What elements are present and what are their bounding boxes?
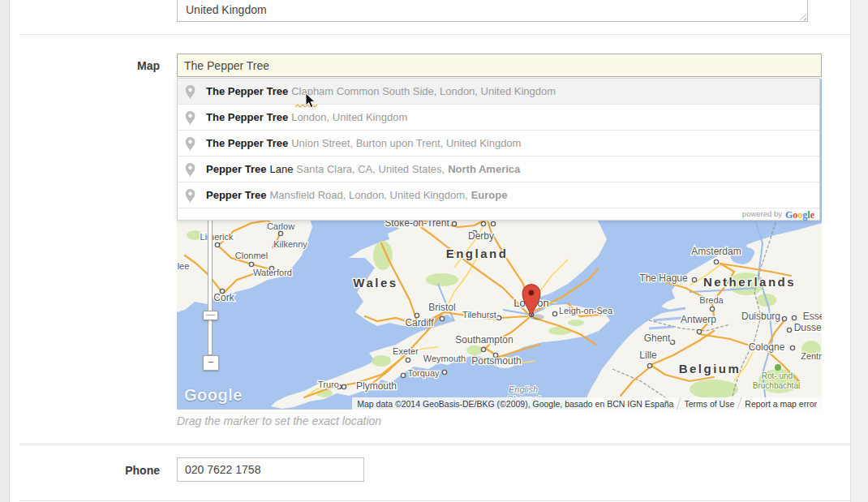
autocomplete-list: The Pepper TreeClapham Common South Side… <box>178 79 819 208</box>
powered-by-google: powered by Google <box>178 208 819 220</box>
location-pin-icon <box>185 136 196 151</box>
map-field-label: Map <box>0 59 160 72</box>
map-attribution-text: Map data ©2014 GeoBasis-DE/BKG (©2009), … <box>357 399 673 409</box>
autocomplete-item-region: North America <box>448 163 520 175</box>
map-caption: Drag the marker to set the exact locatio… <box>177 414 381 427</box>
city-dot <box>710 307 714 311</box>
autocomplete-item[interactable]: The Pepper TreeClapham Common South Side… <box>178 79 819 104</box>
autocomplete-item-name: The Pepper Tree <box>206 111 288 123</box>
attribution-separator <box>737 397 742 410</box>
autocomplete-item[interactable]: Pepper TreeMansfield Road, London, Unite… <box>178 182 819 208</box>
autocomplete-item-detail: Clapham Common South Side, London, Unite… <box>291 85 556 97</box>
city-dot <box>215 242 219 247</box>
map-label: Antwerp <box>681 314 716 325</box>
city-dot <box>647 363 651 367</box>
map-label: Ghent <box>644 333 671 344</box>
city-dot <box>782 316 786 320</box>
city-dot <box>278 231 282 235</box>
autocomplete-item[interactable]: Pepper TreeLaneSanta Clara, CA, United S… <box>178 156 819 182</box>
map-label: Torquay <box>407 368 440 378</box>
city-dot <box>452 221 456 225</box>
autocomplete-item-detail: Santa Clara, CA, United States, <box>296 163 445 175</box>
city-dot <box>406 358 410 362</box>
location-pin-icon <box>185 84 196 99</box>
map-label: Southampton <box>455 334 513 345</box>
city-dot <box>552 311 556 315</box>
map-label: Derby <box>468 230 494 242</box>
map-search-input[interactable] <box>177 54 822 77</box>
zoom-out-button[interactable]: − <box>203 355 219 371</box>
autocomplete-item-name: Pepper Tree <box>206 189 266 201</box>
autocomplete-item[interactable]: The Pepper TreeUnion Street, Burton upon… <box>178 130 819 156</box>
map-attribution-bar: Map data ©2014 GeoBasis-DE/BKG (©2009), … <box>352 397 822 410</box>
autocomplete-item-detail: Union Street, Burton upon Trent, United … <box>291 137 521 149</box>
map-label: Netherlands <box>703 275 796 289</box>
map-label: Cologne <box>749 341 785 353</box>
google-logo-letter: G <box>785 209 793 221</box>
google-logo: Google <box>785 207 814 221</box>
map-label: Zentr <box>801 351 822 361</box>
map-label: English <box>509 384 538 394</box>
map-label: Leigh-on-Sea <box>559 306 613 315</box>
map-label: Portsmouth <box>471 355 521 367</box>
city-dot <box>481 221 485 225</box>
location-pin-icon <box>185 188 196 203</box>
divider <box>19 500 850 501</box>
divider <box>19 444 850 444</box>
page: United Kingdom Map The Pepper TreeClapha… <box>0 0 868 502</box>
zoom-slider-handle[interactable] <box>203 311 218 320</box>
map-label: Tilehurst <box>462 310 496 320</box>
map-label: Bruchbachtal <box>753 381 800 390</box>
autocomplete-item[interactable]: The Pepper TreeLondon, United Kingdom <box>178 104 819 130</box>
map-label: Plymouth <box>356 380 397 392</box>
city-dot <box>790 345 794 350</box>
map-label: Cardiff <box>405 317 434 328</box>
city-dot <box>792 315 796 320</box>
map-label: Kilkenny <box>273 239 307 249</box>
terms-of-use-link[interactable]: Terms of Use <box>684 399 734 409</box>
location-pin-icon <box>185 110 196 125</box>
autocomplete-item-detail: Mansfield Road, London, United Kingdom, <box>269 189 467 201</box>
country-textarea[interactable]: United Kingdom <box>177 0 808 22</box>
map-label: Breda <box>699 295 724 305</box>
left-gutter <box>0 0 10 502</box>
city-dot <box>442 370 446 374</box>
phone-input[interactable] <box>177 457 364 482</box>
city-dot <box>491 221 495 225</box>
map-label: The Hague <box>639 272 688 284</box>
city-dot <box>714 260 718 264</box>
park-tree-icon <box>775 364 781 371</box>
location-pin-icon <box>185 162 196 177</box>
google-watermark[interactable]: Google <box>184 386 243 405</box>
city-dot <box>249 262 253 266</box>
autocomplete-item-detail: London, United Kingdom <box>291 111 407 123</box>
right-gutter <box>850 0 868 502</box>
map-label: Lille <box>639 350 657 361</box>
divider <box>19 34 850 35</box>
city-dot <box>401 373 405 377</box>
map-label: Wales <box>353 276 397 290</box>
attribution-separator <box>677 397 681 410</box>
autocomplete-item-name: Pepper Tree <box>206 163 266 175</box>
map-label: Weymouth <box>423 354 466 363</box>
city-dot <box>692 277 696 281</box>
map-label: Dussel <box>794 322 822 333</box>
map-label: Limerick <box>200 232 234 242</box>
report-map-error-link[interactable]: Report a map error <box>745 399 817 409</box>
map-label: Belgium <box>679 362 741 375</box>
city-dot <box>496 315 501 320</box>
city-dot <box>670 340 674 344</box>
autocomplete-item-name-suffix: Lane <box>269 163 293 175</box>
city-dot <box>481 347 485 351</box>
map-label: Waterford <box>253 268 292 277</box>
map-label: Rot- und <box>762 371 793 380</box>
autocomplete-item-name: The Pepper Tree <box>206 85 288 97</box>
map-label: Clonmel <box>235 251 268 260</box>
resize-grip-icon[interactable] <box>798 12 806 20</box>
city-dot <box>440 316 444 320</box>
city-dot <box>342 384 346 388</box>
map-label: Duisburg <box>741 311 780 322</box>
city-dot <box>787 328 791 332</box>
autocomplete-dropdown: The Pepper TreeClapham Common South Side… <box>177 78 820 221</box>
map-label: Truro <box>318 380 339 389</box>
